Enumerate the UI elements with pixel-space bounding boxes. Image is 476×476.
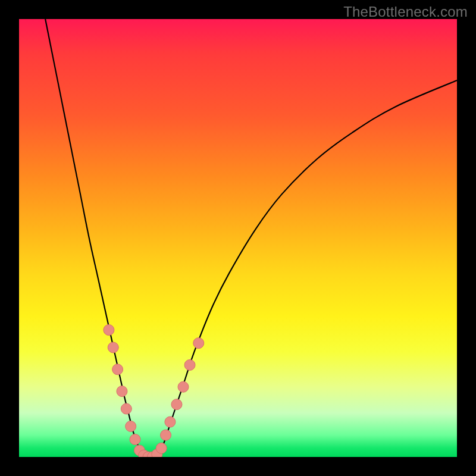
curve-marker	[184, 359, 195, 370]
curve-marker	[117, 386, 127, 397]
watermark-text: TheBottleneck.com	[343, 4, 468, 20]
curve-markers	[104, 325, 204, 457]
curve-marker	[178, 381, 189, 392]
plot-area	[19, 19, 457, 457]
markers-svg	[19, 19, 457, 457]
curve-marker	[121, 403, 131, 414]
curve-marker	[130, 434, 140, 445]
curve-marker	[161, 430, 171, 440]
curve-marker	[112, 364, 123, 375]
chart-frame: TheBottleneck.com	[0, 0, 476, 476]
curve-marker	[108, 342, 118, 353]
curve-marker	[156, 443, 167, 453]
curve-marker	[104, 325, 114, 336]
curve-marker	[193, 338, 204, 349]
curve-marker	[171, 399, 182, 410]
curve-marker	[165, 416, 176, 427]
curve-marker	[126, 421, 136, 431]
